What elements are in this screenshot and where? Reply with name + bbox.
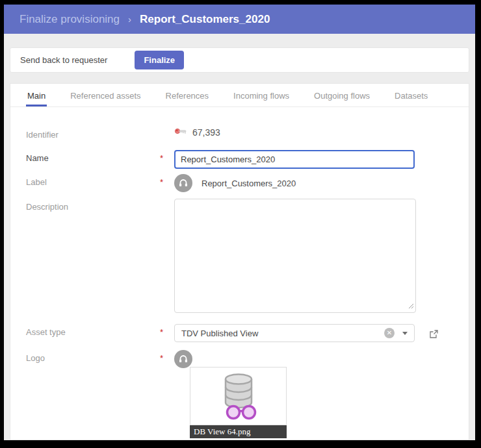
logo-preview: DB View 64.png xyxy=(190,367,287,438)
name-input[interactable] xyxy=(174,150,415,169)
logo-row: Logo * xyxy=(26,350,459,368)
asset-type-required-asterisk: * xyxy=(160,324,174,337)
tab-outgoing-flows[interactable]: Outgoing flows xyxy=(313,90,371,106)
breadcrumb-separator-icon: › xyxy=(128,14,131,25)
tab-incoming-flows[interactable]: Incoming flows xyxy=(232,90,291,106)
logo-label: Logo xyxy=(26,350,160,363)
description-row: Description xyxy=(26,199,459,316)
asset-type-value: TDV Published View xyxy=(181,329,384,338)
tab-referenced-assets[interactable]: Referenced assets xyxy=(69,90,142,106)
tab-references[interactable]: References xyxy=(164,90,210,106)
name-row: Name * xyxy=(26,150,459,169)
breadcrumb-section[interactable]: Finalize provisioning xyxy=(20,13,120,26)
tab-main[interactable]: Main xyxy=(26,90,47,106)
external-link-icon[interactable] xyxy=(429,325,439,342)
logo-filename: DB View 64.png xyxy=(190,425,287,438)
asset-form: Identifier 67,393 xyxy=(10,107,469,438)
app-window: Finalize provisioning › Report_Customers… xyxy=(4,5,475,440)
logo-required-asterisk: * xyxy=(160,350,174,363)
label-row: Label * Report_Customers_2020 xyxy=(26,174,459,192)
asset-detail-card: Main Referenced assets References Incomi… xyxy=(10,83,469,440)
label-field-value: Report_Customers_2020 xyxy=(202,179,296,188)
sync-icon xyxy=(174,350,192,368)
key-icon xyxy=(174,127,187,138)
identifier-value: 67,393 xyxy=(192,127,220,138)
logo-image[interactable] xyxy=(190,367,287,425)
asset-type-select[interactable]: TDV Published View ✕ xyxy=(174,324,415,342)
asset-type-row: Asset type * TDV Published View ✕ xyxy=(26,324,459,342)
action-toolbar: Send back to requester Finalize xyxy=(10,47,469,73)
name-label: Name xyxy=(26,150,160,163)
sync-icon xyxy=(174,174,192,192)
label-required-asterisk: * xyxy=(160,174,174,187)
clear-icon[interactable]: ✕ xyxy=(384,328,395,338)
name-required-asterisk: * xyxy=(160,150,174,163)
page-header: Finalize provisioning › Report_Customers… xyxy=(4,5,475,34)
asset-type-label: Asset type xyxy=(26,324,160,337)
finalize-button[interactable]: Finalize xyxy=(135,51,184,69)
caret-down-icon[interactable] xyxy=(402,332,408,335)
tab-datasets[interactable]: Datasets xyxy=(393,90,429,106)
label-field-label: Label xyxy=(26,174,160,187)
description-label: Description xyxy=(26,199,160,212)
page-title: Report_Customers_2020 xyxy=(140,13,270,26)
description-textarea[interactable] xyxy=(174,199,416,313)
database-with-glasses-icon xyxy=(211,371,266,421)
tab-bar: Main Referenced assets References Incomi… xyxy=(10,84,469,107)
identifier-label: Identifier xyxy=(26,127,160,140)
identifier-row: Identifier 67,393 xyxy=(26,127,459,140)
send-back-to-requester-button[interactable]: Send back to requester xyxy=(20,55,107,65)
